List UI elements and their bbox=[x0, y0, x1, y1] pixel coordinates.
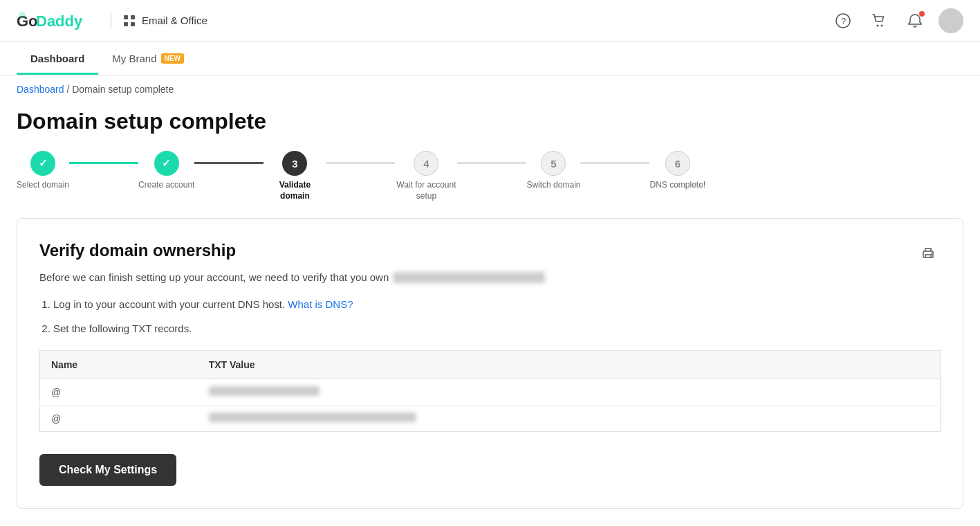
cart-button[interactable] bbox=[867, 8, 891, 33]
logo: Go Daddy bbox=[17, 10, 100, 32]
domain-blurred bbox=[393, 272, 545, 283]
svg-rect-4 bbox=[131, 15, 135, 19]
user-avatar[interactable] bbox=[939, 8, 963, 33]
card-title: Verify domain ownership bbox=[39, 241, 941, 260]
email-office-label: Email & Office bbox=[142, 15, 207, 26]
dns-table: Name TXT Value @ @ bbox=[39, 350, 941, 432]
step-6-circle: 6 bbox=[665, 151, 690, 176]
svg-rect-6 bbox=[131, 22, 135, 26]
connector-3-4 bbox=[326, 162, 395, 164]
new-badge: NEW bbox=[161, 53, 184, 64]
instruction-2: Set the following TXT records. bbox=[53, 321, 941, 337]
svg-point-12 bbox=[931, 253, 932, 255]
txt-value-1-blurred bbox=[209, 386, 320, 396]
verify-domain-card: Verify domain ownership Before we can fi… bbox=[17, 218, 963, 509]
table-col-value: TXT Value bbox=[198, 351, 941, 379]
step-4-circle: 4 bbox=[414, 151, 438, 176]
header-left: Go Daddy Email & Office bbox=[17, 10, 207, 32]
table-cell-value-1 bbox=[198, 379, 941, 406]
check-settings-button[interactable]: Check My Settings bbox=[39, 454, 176, 486]
table-cell-name-2: @ bbox=[40, 406, 198, 432]
connector-1-2 bbox=[69, 162, 138, 164]
step-6: 6 DNS complete! bbox=[649, 151, 705, 191]
connector-4-5 bbox=[457, 162, 526, 164]
step-1-label: Select domain bbox=[17, 180, 69, 191]
notifications-button[interactable] bbox=[903, 8, 927, 33]
card-description: Before we can finish setting up your acc… bbox=[39, 271, 941, 283]
step-6-label: DNS complete! bbox=[649, 180, 705, 191]
table-col-name: Name bbox=[40, 351, 198, 379]
connector-5-6 bbox=[580, 162, 649, 164]
step-2: ✓ Create account bbox=[138, 151, 194, 191]
page-title: Domain setup complete bbox=[0, 103, 980, 151]
instruction-1-text: Log in to your account with your current… bbox=[53, 298, 285, 310]
notification-badge bbox=[919, 11, 925, 17]
stepper: ✓ Select domain ✓ Create account 3 Valid… bbox=[0, 151, 980, 218]
help-circle-icon: ? bbox=[835, 13, 851, 28]
step-5-label: Switch domain bbox=[526, 180, 580, 191]
svg-text:Daddy: Daddy bbox=[36, 12, 83, 30]
step-5: 5 Switch domain bbox=[526, 151, 580, 191]
card-instructions: Log in to your account with your current… bbox=[39, 297, 941, 336]
breadcrumb-current: Domain setup complete bbox=[72, 84, 174, 95]
table-cell-name-1: @ bbox=[40, 379, 198, 406]
print-icon-area bbox=[916, 241, 941, 266]
instruction-2-text: Set the following TXT records. bbox=[53, 323, 192, 334]
nav-mybrand-label: My Brand bbox=[112, 53, 156, 64]
step-2-label: Create account bbox=[138, 180, 194, 191]
header: Go Daddy Email & Office ? bbox=[0, 0, 980, 42]
svg-rect-3 bbox=[124, 15, 128, 19]
header-divider bbox=[111, 12, 111, 29]
svg-rect-5 bbox=[124, 22, 128, 26]
step-2-circle: ✓ bbox=[154, 151, 179, 176]
nav-my-brand[interactable]: My Brand NEW bbox=[98, 42, 198, 75]
breadcrumb-separator: / bbox=[66, 84, 72, 95]
svg-text:?: ? bbox=[841, 16, 846, 26]
table-cell-value-2 bbox=[198, 406, 941, 432]
nav-dashboard-label: Dashboard bbox=[30, 53, 84, 64]
step-3-circle: 3 bbox=[282, 151, 307, 176]
print-icon bbox=[921, 246, 936, 261]
svg-point-10 bbox=[881, 24, 883, 26]
godaddy-logo: Go Daddy bbox=[17, 10, 100, 32]
cart-icon bbox=[871, 13, 887, 28]
breadcrumb: Dashboard / Domain setup complete bbox=[0, 75, 980, 103]
step-4: 4 Wait for account setup bbox=[395, 151, 457, 201]
header-right: ? bbox=[831, 8, 963, 33]
instruction-1: Log in to your account with your current… bbox=[53, 297, 941, 313]
step-1-circle: ✓ bbox=[30, 151, 55, 176]
step-4-label: Wait for account setup bbox=[395, 180, 457, 201]
step-5-circle: 5 bbox=[541, 151, 566, 176]
svg-point-2 bbox=[19, 12, 26, 19]
txt-value-2-blurred bbox=[209, 412, 416, 422]
connector-2-3 bbox=[194, 162, 264, 164]
main-nav: Dashboard My Brand NEW bbox=[0, 42, 980, 75]
what-is-dns-link[interactable]: What is DNS? bbox=[288, 298, 353, 310]
step-3-label: Validate domain bbox=[264, 180, 326, 201]
email-office-nav[interactable]: Email & Office bbox=[122, 14, 207, 28]
help-button[interactable]: ? bbox=[831, 8, 856, 33]
breadcrumb-home-link[interactable]: Dashboard bbox=[17, 84, 64, 95]
svg-point-9 bbox=[877, 24, 879, 26]
step-1: ✓ Select domain bbox=[17, 151, 69, 191]
table-row: @ bbox=[40, 406, 941, 432]
card-desc-prefix: Before we can finish setting up your acc… bbox=[39, 271, 389, 283]
table-row: @ bbox=[40, 379, 941, 406]
nav-dashboard[interactable]: Dashboard bbox=[17, 42, 98, 75]
step-3: 3 Validate domain bbox=[264, 151, 326, 201]
print-button[interactable] bbox=[916, 241, 941, 266]
grid-icon bbox=[122, 14, 136, 28]
